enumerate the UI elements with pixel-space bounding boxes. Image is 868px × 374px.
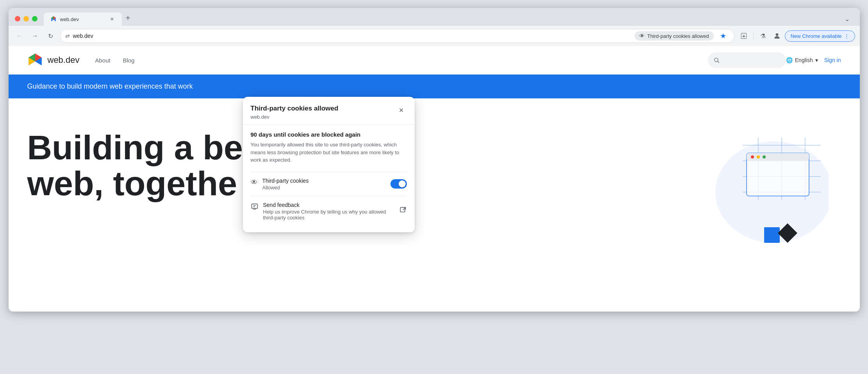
external-link-icon[interactable] [399,206,407,216]
svg-rect-33 [400,207,405,212]
omnibox-icon: ⇄ [65,33,70,39]
svg-point-25 [751,155,754,159]
new-chrome-menu-icon: ⋮ [844,33,849,39]
new-tab-button[interactable]: + [122,12,134,24]
site-header-right: 🌐 English ▾ Sign in [786,57,841,63]
language-button[interactable]: 🌐 English ▾ [786,57,818,63]
cookies-row-sub: Allowed [262,185,309,191]
forward-button[interactable]: → [29,30,41,42]
svg-rect-24 [747,153,809,161]
popup-body: 90 days until cookies are blocked again … [243,125,415,232]
active-tab[interactable]: web.dev ✕ [44,12,122,26]
signin-button[interactable]: Sign in [824,57,841,63]
site-search-bar[interactable] [708,52,786,68]
cookies-row-left: 👁 Third-party cookies Allowed [251,178,309,191]
popup-close-button[interactable]: ✕ [396,105,407,116]
nav-actions: ⚗ New Chrome available ⋮ [738,30,855,42]
globe-icon: 🌐 [786,57,793,63]
new-chrome-label: New Chrome available [791,33,842,39]
main-hero: Building a bet web, togethe [9,98,860,217]
feedback-label: Send feedback [263,202,399,208]
tab-bar: web.dev ✕ + [44,12,838,26]
maximize-icon[interactable]: ⌄ [841,12,854,25]
tab-title: web.dev [60,16,105,22]
svg-point-5 [775,33,778,36]
webdev-logo-icon [27,52,43,68]
hero-title-line2: web, togethe [27,164,237,203]
cookies-eye-icon: 👁 [639,33,645,39]
popup-title: Third-party cookies allowed [251,105,339,112]
site-logo-text: web.dev [48,55,80,65]
hero-title-line1: Building a bet [27,128,255,167]
nav-blog[interactable]: Blog [123,57,135,64]
cookies-row-text: Third-party cookies Allowed [262,178,309,191]
feedback-row[interactable]: Send feedback Help us improve Chrome by … [251,196,407,226]
feedback-icon [251,203,258,212]
traffic-lights [15,16,37,21]
cookies-icon: 👁 [251,178,258,187]
hero-banner: Guidance to build modern web experiences… [9,75,860,98]
svg-line-12 [717,61,719,63]
search-icon [713,57,720,63]
hero-svg [672,114,829,255]
cookies-toggle-row: 👁 Third-party cookies Allowed [251,172,407,196]
feedback-sub: Help us improve Chrome by telling us why… [263,209,399,221]
site-logo: web.dev [27,52,80,68]
feedback-row-text: Send feedback Help us improve Chrome by … [263,202,399,221]
hero-banner-text: Guidance to build modern web experiences… [27,82,193,90]
hero-illustration [672,114,829,255]
svg-point-11 [714,58,718,62]
site-header: web.dev About Blog 🌐 English ▾ Sign in [9,46,860,75]
minimize-window-button[interactable] [23,16,29,21]
flask-button[interactable]: ⚗ [757,30,769,42]
cookies-row-label: Third-party cookies [262,178,309,184]
svg-rect-21 [764,227,780,243]
cookies-toggle[interactable] [390,179,407,189]
profile-button[interactable] [771,30,783,42]
cookies-pill-label: Third-party cookies allowed [647,33,709,39]
tab-favicon [50,16,57,23]
back-button[interactable]: ← [13,30,26,42]
svg-point-27 [763,155,766,159]
cookies-popup: Third-party cookies allowed web.dev ✕ 90… [243,97,415,232]
popup-warning-title: 90 days until cookies are blocked again [251,131,407,138]
navigation-bar: ← → ↻ ⇄ web.dev 👁 Third-party cookies al… [9,26,860,46]
new-chrome-button[interactable]: New Chrome available ⋮ [785,30,855,42]
bookmark-button[interactable]: ★ [717,30,729,42]
download-button[interactable] [738,30,750,42]
nav-about[interactable]: About [95,57,110,64]
title-bar: web.dev ✕ + ⌄ [9,8,860,26]
popup-warning-text: You temporarily allowed this site to use… [251,141,407,164]
nav-divider [753,32,754,40]
site-nav: About Blog [95,57,134,64]
page-content: web.dev About Blog 🌐 English ▾ Sign in [9,46,860,312]
maximize-window-button[interactable] [32,16,37,21]
lang-dropdown-icon: ▾ [815,57,818,63]
popup-domain: web.dev [251,114,339,120]
popup-title-block: Third-party cookies allowed web.dev [251,105,339,120]
svg-point-26 [757,155,760,159]
omnibox[interactable]: ⇄ web.dev 👁 Third-party cookies allowed … [60,29,734,43]
language-label: English [795,57,813,63]
cookies-pill-button[interactable]: 👁 Third-party cookies allowed [635,31,713,41]
feedback-row-left: Send feedback Help us improve Chrome by … [251,202,399,221]
browser-window: web.dev ✕ + ⌄ ← → ↻ ⇄ web.dev 👁 Third-pa… [9,8,860,312]
svg-rect-28 [251,204,257,208]
tab-close-button[interactable]: ✕ [109,16,116,23]
close-window-button[interactable] [15,16,20,21]
reload-button[interactable]: ↻ [45,30,57,42]
url-display: web.dev [73,33,632,39]
popup-header: Third-party cookies allowed web.dev ✕ [243,97,415,125]
